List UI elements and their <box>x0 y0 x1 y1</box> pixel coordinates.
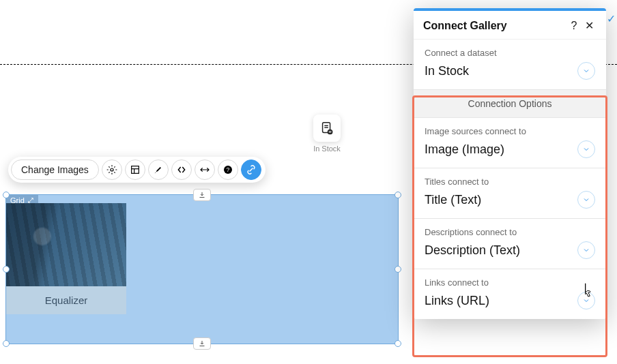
animation-button[interactable] <box>171 160 192 180</box>
option-dropdown[interactable] <box>577 292 595 309</box>
help-button[interactable]: ? <box>218 160 238 180</box>
settings-button[interactable] <box>102 160 122 180</box>
dataset-dropdown[interactable] <box>577 62 595 80</box>
stretch-icon <box>199 164 210 175</box>
attach-bottom-button[interactable] <box>193 337 211 350</box>
dataset-label: Connect a dataset <box>425 48 595 58</box>
option-row-description: Descriptions connect to Description (Tex… <box>414 219 606 269</box>
panel-close-button[interactable]: ✕ <box>582 19 597 32</box>
resize-handle[interactable] <box>394 192 401 198</box>
gallery-toolbar: Change Images ? <box>8 157 266 183</box>
option-value: Links (URL) <box>425 294 577 308</box>
chevron-down-icon <box>582 246 590 254</box>
gallery-card[interactable]: Equalizer <box>6 203 126 314</box>
download-icon <box>198 339 206 348</box>
chevron-down-icon <box>582 67 590 75</box>
panel-help-button[interactable]: ? <box>566 20 582 32</box>
connection-options-header: Connection Options <box>414 90 606 118</box>
dataset-canvas-label: In Stock <box>313 145 341 153</box>
svg-text:?: ? <box>226 166 229 173</box>
connect-data-button[interactable] <box>241 160 261 180</box>
gear-icon <box>106 164 117 175</box>
chevron-down-icon <box>582 145 590 153</box>
svg-rect-5 <box>132 166 139 174</box>
resize-handle[interactable] <box>3 340 10 347</box>
data-connect-icon <box>246 164 257 175</box>
svg-point-4 <box>111 168 113 171</box>
panel-header: Connect Gallery ? ✕ <box>414 11 606 40</box>
resize-handle[interactable] <box>3 192 10 198</box>
dataset-section: Connect a dataset In Stock <box>414 40 606 90</box>
download-icon <box>198 191 206 199</box>
option-label: Titles connect to <box>425 177 595 187</box>
option-value: Image (Image) <box>425 142 577 157</box>
dataset-value: In Stock <box>425 64 577 78</box>
option-dropdown[interactable] <box>577 241 595 259</box>
panel-title: Connect Gallery <box>423 20 566 32</box>
resize-handle[interactable] <box>394 340 401 347</box>
option-row-links: Links connect to Links (URL) <box>414 269 606 319</box>
change-images-button[interactable]: Change Images <box>11 160 99 180</box>
resize-handle[interactable] <box>394 266 401 273</box>
option-dropdown[interactable] <box>577 140 595 158</box>
chevron-down-icon <box>582 196 590 204</box>
connect-gallery-panel: Connect Gallery ? ✕ Connect a dataset In… <box>414 8 606 319</box>
attach-top-button[interactable] <box>193 189 211 201</box>
option-label: Links connect to <box>425 277 595 288</box>
resize-handle[interactable] <box>3 266 10 273</box>
chevrons-icon <box>176 164 187 175</box>
document-database-icon <box>319 121 334 136</box>
option-label: Image sources connect to <box>425 126 595 136</box>
card-image <box>6 203 126 286</box>
card-caption: Equalizer <box>6 286 126 314</box>
dataset-canvas-icon[interactable] <box>313 115 341 142</box>
layout-button[interactable] <box>125 160 145 180</box>
brush-icon <box>153 164 164 175</box>
layout-icon <box>130 164 141 175</box>
option-row-image: Image sources connect to Image (Image) <box>414 118 606 168</box>
chevron-down-icon <box>582 297 590 305</box>
option-label: Descriptions connect to <box>425 227 595 237</box>
svg-point-3 <box>328 130 333 135</box>
option-dropdown[interactable] <box>577 191 595 209</box>
design-button[interactable] <box>148 160 169 180</box>
option-row-title: Titles connect to Title (Text) <box>414 168 606 219</box>
checkmark-icon: ✓ <box>607 12 616 25</box>
option-value: Description (Text) <box>425 243 577 258</box>
gallery-selection[interactable]: Grid Equalizer <box>5 194 399 344</box>
option-value: Title (Text) <box>425 193 577 207</box>
stretch-button[interactable] <box>195 160 215 180</box>
help-icon: ? <box>223 164 233 175</box>
